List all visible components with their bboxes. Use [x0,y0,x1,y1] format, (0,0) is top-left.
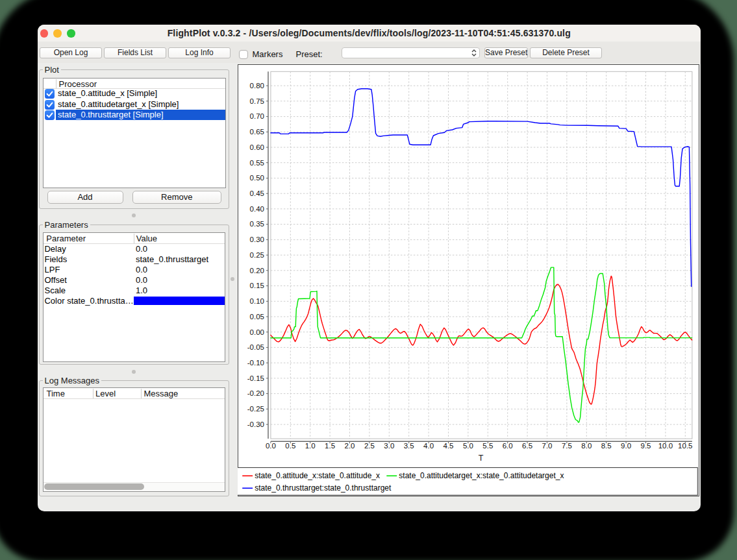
svg-text:0.70: 0.70 [249,112,264,120]
svg-text:0.80: 0.80 [249,81,264,89]
svg-text:0.25: 0.25 [249,250,264,258]
svg-text:0.05: 0.05 [249,312,264,320]
svg-text:T: T [478,453,483,462]
svg-text:state_0.attitudetarget_x:state: state_0.attitudetarget_x:state_0.attitud… [399,471,564,480]
svg-text:-0.30: -0.30 [247,420,264,428]
svg-text:0.00: 0.00 [249,328,264,335]
svg-text:state_0.thrusttarget:state_0.t: state_0.thrusttarget:state_0.thrusttarge… [255,483,392,493]
svg-text:0.65: 0.65 [249,128,264,136]
svg-text:0.30: 0.30 [249,236,264,243]
svg-text:-0.20: -0.20 [247,389,264,397]
svg-text:-0.25: -0.25 [247,405,264,413]
svg-text:0.55: 0.55 [249,158,264,166]
svg-text:0.10: 0.10 [249,297,264,305]
svg-text:0.50: 0.50 [249,174,264,182]
svg-text:0.20: 0.20 [249,266,264,274]
svg-text:0.35: 0.35 [249,220,264,228]
svg-text:0.60: 0.60 [249,143,264,151]
svg-text:-0.05: -0.05 [247,343,264,351]
svg-text:0.45: 0.45 [249,189,264,197]
svg-text:-0.10: -0.10 [247,359,264,367]
svg-text:0.40: 0.40 [249,204,264,212]
svg-text:0.15: 0.15 [249,282,264,289]
svg-text:-0.15: -0.15 [247,374,264,382]
svg-text:0.75: 0.75 [249,97,264,104]
svg-text:state_0.attitude_x:state_0.att: state_0.attitude_x:state_0.attitude_x [255,471,380,480]
